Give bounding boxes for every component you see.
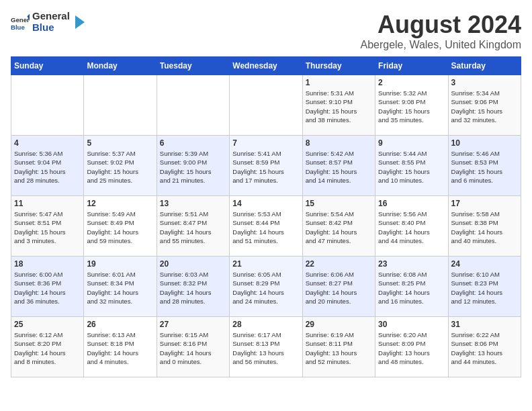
- day-number: 26: [87, 320, 153, 329]
- day-number: 20: [160, 259, 226, 269]
- day-cell: 12Sunrise: 5:49 AM Sunset: 8:49 PM Dayli…: [84, 196, 157, 257]
- day-number: 4: [14, 138, 81, 148]
- logo-blue: Blue: [32, 21, 54, 33]
- day-number: 25: [14, 320, 81, 329]
- day-number: 24: [451, 259, 518, 269]
- day-info: Sunrise: 6:17 AM Sunset: 8:13 PM Dayligh…: [232, 330, 299, 366]
- logo: General Blue General Blue: [11, 11, 85, 33]
- day-info: Sunrise: 6:05 AM Sunset: 8:29 PM Dayligh…: [232, 270, 299, 306]
- day-cell: [230, 75, 302, 136]
- day-number: 22: [306, 259, 372, 269]
- week-row-0: 1Sunrise: 5:31 AM Sunset: 9:10 PM Daylig…: [11, 75, 521, 136]
- subtitle: Abergele, Wales, United Kingdom: [360, 39, 521, 51]
- logo-general: General: [32, 10, 70, 21]
- day-cell: 7Sunrise: 5:41 AM Sunset: 8:59 PM Daylig…: [230, 136, 302, 196]
- svg-text:Blue: Blue: [11, 23, 25, 30]
- day-info: Sunrise: 6:22 AM Sunset: 8:06 PM Dayligh…: [451, 330, 518, 366]
- day-cell: 9Sunrise: 5:44 AM Sunset: 8:55 PM Daylig…: [375, 136, 448, 196]
- day-cell: 28Sunrise: 6:17 AM Sunset: 8:13 PM Dayli…: [230, 317, 302, 377]
- header-cell-thursday: Thursday: [302, 57, 375, 75]
- day-info: Sunrise: 5:41 AM Sunset: 8:59 PM Dayligh…: [232, 149, 299, 185]
- day-cell: 10Sunrise: 5:46 AM Sunset: 8:53 PM Dayli…: [448, 136, 521, 196]
- day-number: 13: [160, 199, 226, 208]
- day-number: 23: [378, 259, 445, 269]
- day-info: Sunrise: 5:36 AM Sunset: 9:04 PM Dayligh…: [14, 149, 81, 185]
- day-cell: 5Sunrise: 5:37 AM Sunset: 9:02 PM Daylig…: [84, 136, 157, 196]
- header-cell-tuesday: Tuesday: [157, 57, 229, 75]
- day-number: 11: [14, 199, 81, 208]
- day-cell: 18Sunrise: 6:00 AM Sunset: 8:36 PM Dayli…: [11, 257, 84, 317]
- day-cell: 1Sunrise: 5:31 AM Sunset: 9:10 PM Daylig…: [302, 75, 375, 136]
- day-info: Sunrise: 5:51 AM Sunset: 8:47 PM Dayligh…: [160, 210, 226, 245]
- day-info: Sunrise: 6:01 AM Sunset: 8:34 PM Dayligh…: [87, 270, 153, 306]
- day-number: 7: [232, 138, 299, 148]
- day-info: Sunrise: 5:56 AM Sunset: 8:40 PM Dayligh…: [378, 210, 445, 245]
- day-cell: 24Sunrise: 6:10 AM Sunset: 8:23 PM Dayli…: [448, 257, 521, 317]
- header: General Blue General Blue August 2024 Ab…: [11, 11, 521, 51]
- day-info: Sunrise: 5:53 AM Sunset: 8:44 PM Dayligh…: [232, 210, 299, 245]
- day-number: 3: [451, 78, 518, 87]
- day-cell: 19Sunrise: 6:01 AM Sunset: 8:34 PM Dayli…: [84, 257, 157, 317]
- day-info: Sunrise: 5:31 AM Sunset: 9:10 PM Dayligh…: [306, 89, 372, 124]
- day-info: Sunrise: 5:42 AM Sunset: 8:57 PM Dayligh…: [306, 149, 372, 185]
- day-number: 19: [87, 259, 153, 269]
- day-info: Sunrise: 5:32 AM Sunset: 9:08 PM Dayligh…: [378, 89, 445, 124]
- day-number: 21: [232, 259, 299, 269]
- day-cell: 14Sunrise: 5:53 AM Sunset: 8:44 PM Dayli…: [230, 196, 302, 257]
- week-row-1: 4Sunrise: 5:36 AM Sunset: 9:04 PM Daylig…: [11, 136, 521, 196]
- day-number: 12: [87, 199, 153, 208]
- day-number: 10: [451, 138, 518, 148]
- day-info: Sunrise: 6:15 AM Sunset: 8:16 PM Dayligh…: [160, 330, 226, 366]
- day-cell: 21Sunrise: 6:05 AM Sunset: 8:29 PM Dayli…: [230, 257, 302, 317]
- day-cell: 4Sunrise: 5:36 AM Sunset: 9:04 PM Daylig…: [11, 136, 84, 196]
- main-title: August 2024: [360, 11, 521, 39]
- day-info: Sunrise: 6:03 AM Sunset: 8:32 PM Dayligh…: [160, 270, 226, 306]
- day-info: Sunrise: 6:19 AM Sunset: 8:11 PM Dayligh…: [306, 330, 372, 366]
- logo-icon: General Blue: [11, 13, 30, 32]
- title-area: August 2024 Abergele, Wales, United King…: [360, 11, 521, 51]
- header-row: SundayMondayTuesdayWednesdayThursdayFrid…: [11, 57, 521, 75]
- day-info: Sunrise: 6:00 AM Sunset: 8:36 PM Dayligh…: [14, 270, 81, 306]
- day-cell: 8Sunrise: 5:42 AM Sunset: 8:57 PM Daylig…: [302, 136, 375, 196]
- day-info: Sunrise: 5:46 AM Sunset: 8:53 PM Dayligh…: [451, 149, 518, 185]
- day-number: 18: [14, 259, 81, 269]
- day-cell: 20Sunrise: 6:03 AM Sunset: 8:32 PM Dayli…: [157, 257, 229, 317]
- day-info: Sunrise: 6:10 AM Sunset: 8:23 PM Dayligh…: [451, 270, 518, 306]
- day-number: 28: [232, 320, 299, 329]
- day-cell: [84, 75, 157, 136]
- day-info: Sunrise: 5:44 AM Sunset: 8:55 PM Dayligh…: [378, 149, 445, 185]
- day-number: 30: [378, 320, 445, 329]
- day-cell: 30Sunrise: 6:20 AM Sunset: 8:09 PM Dayli…: [375, 317, 448, 377]
- day-number: 29: [306, 320, 372, 329]
- day-cell: 16Sunrise: 5:56 AM Sunset: 8:40 PM Dayli…: [375, 196, 448, 257]
- calendar-body: 1Sunrise: 5:31 AM Sunset: 9:10 PM Daylig…: [11, 75, 521, 377]
- calendar-header: SundayMondayTuesdayWednesdayThursdayFrid…: [11, 57, 521, 75]
- day-cell: 11Sunrise: 5:47 AM Sunset: 8:51 PM Dayli…: [11, 196, 84, 257]
- day-number: 1: [306, 78, 372, 87]
- day-number: 2: [378, 78, 445, 87]
- header-cell-sunday: Sunday: [11, 57, 84, 75]
- day-number: 14: [232, 199, 299, 208]
- day-number: 6: [160, 138, 226, 148]
- day-info: Sunrise: 5:47 AM Sunset: 8:51 PM Dayligh…: [14, 210, 81, 245]
- day-info: Sunrise: 5:58 AM Sunset: 8:38 PM Dayligh…: [451, 210, 518, 245]
- day-cell: 3Sunrise: 5:34 AM Sunset: 9:06 PM Daylig…: [448, 75, 521, 136]
- day-info: Sunrise: 6:08 AM Sunset: 8:25 PM Dayligh…: [378, 270, 445, 306]
- day-number: 15: [306, 199, 372, 208]
- day-number: 9: [378, 138, 445, 148]
- day-cell: 31Sunrise: 6:22 AM Sunset: 8:06 PM Dayli…: [448, 317, 521, 377]
- day-cell: 17Sunrise: 5:58 AM Sunset: 8:38 PM Dayli…: [448, 196, 521, 257]
- day-cell: 29Sunrise: 6:19 AM Sunset: 8:11 PM Dayli…: [302, 317, 375, 377]
- day-cell: 23Sunrise: 6:08 AM Sunset: 8:25 PM Dayli…: [375, 257, 448, 317]
- day-cell: 27Sunrise: 6:15 AM Sunset: 8:16 PM Dayli…: [157, 317, 229, 377]
- svg-marker-3: [75, 15, 85, 29]
- day-info: Sunrise: 6:06 AM Sunset: 8:27 PM Dayligh…: [306, 270, 372, 306]
- week-row-4: 25Sunrise: 6:12 AM Sunset: 8:20 PM Dayli…: [11, 317, 521, 377]
- day-cell: [11, 75, 84, 136]
- header-cell-monday: Monday: [84, 57, 157, 75]
- week-row-3: 18Sunrise: 6:00 AM Sunset: 8:36 PM Dayli…: [11, 257, 521, 317]
- svg-text:General: General: [11, 16, 30, 24]
- day-info: Sunrise: 6:12 AM Sunset: 8:20 PM Dayligh…: [14, 330, 81, 366]
- logo-arrow-icon: [73, 15, 85, 29]
- day-info: Sunrise: 5:49 AM Sunset: 8:49 PM Dayligh…: [87, 210, 153, 245]
